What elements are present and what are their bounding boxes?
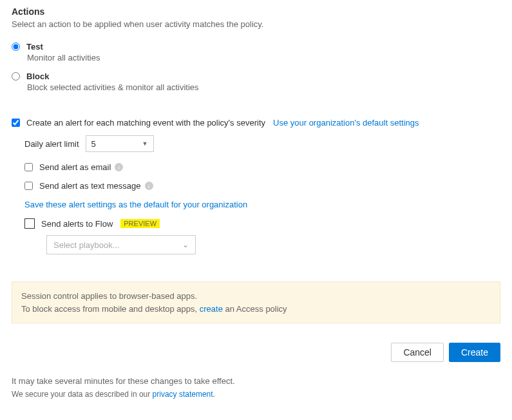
info-icon[interactable]: i xyxy=(115,163,123,171)
radio-test-sub: Monitor all activities xyxy=(27,53,500,62)
section-description: Select an action to be applied when user… xyxy=(12,19,500,29)
daily-limit-row: Daily alert limit 5 ▼ xyxy=(24,135,500,152)
caret-down-icon: ▼ xyxy=(142,140,148,147)
daily-limit-select[interactable]: 5 ▼ xyxy=(86,135,154,152)
create-alert-row[interactable]: Create an alert for each matching event … xyxy=(12,118,500,128)
radio-block-label: Block xyxy=(26,72,49,81)
save-defaults-link[interactable]: Save these alert settings as the default… xyxy=(24,200,247,209)
email-alert-checkbox[interactable] xyxy=(24,163,33,171)
create-alert-label: Create an alert for each matching event … xyxy=(26,118,265,128)
sms-alert-checkbox[interactable] xyxy=(24,182,33,190)
sms-alert-row[interactable]: Send alert as text message i xyxy=(24,181,500,191)
email-alert-row[interactable]: Send alert as email i xyxy=(24,162,500,172)
footer-line2: We secure your data as described in our … xyxy=(12,388,500,401)
preview-badge: PREVIEW xyxy=(120,219,160,228)
flow-alert-label: Send alerts to Flow xyxy=(41,219,113,229)
create-alert-checkbox[interactable] xyxy=(12,119,20,127)
create-access-policy-link[interactable]: create xyxy=(200,304,223,314)
daily-limit-value: 5 xyxy=(91,139,96,149)
email-alert-label: Send alert as email xyxy=(39,162,111,172)
button-row: Cancel Create xyxy=(12,343,500,362)
radio-block[interactable] xyxy=(12,72,20,81)
radio-test[interactable] xyxy=(12,43,20,51)
notice-box: Session control applies to browser-based… xyxy=(12,282,500,323)
notice-line2: To block access from mobile and desktop … xyxy=(21,303,491,316)
use-defaults-link[interactable]: Use your organization's default settings xyxy=(273,118,419,128)
alert-settings: Daily alert limit 5 ▼ Send alert as emai… xyxy=(24,135,500,254)
radio-block-row[interactable]: Block xyxy=(12,72,500,81)
info-icon[interactable]: i xyxy=(145,182,153,190)
radio-test-row[interactable]: Test xyxy=(12,42,500,52)
sms-alert-label: Send alert as text message xyxy=(39,181,141,191)
create-button[interactable]: Create xyxy=(449,343,500,362)
privacy-statement-link[interactable]: privacy statement xyxy=(153,390,213,399)
flow-alert-checkbox[interactable] xyxy=(24,218,35,229)
notice-line1: Session control applies to browser-based… xyxy=(21,290,491,303)
playbook-select[interactable]: Select playbook... ⌄ xyxy=(46,235,196,254)
footer: It may take several minutes for these ch… xyxy=(12,375,500,401)
chevron-down-icon: ⌄ xyxy=(182,240,189,249)
section-title: Actions xyxy=(12,6,500,17)
flow-alert-row[interactable]: Send alerts to Flow PREVIEW xyxy=(24,218,500,229)
daily-limit-label: Daily alert limit xyxy=(24,139,79,149)
playbook-placeholder: Select playbook... xyxy=(53,240,120,250)
actions-section: Actions Select an action to be applied w… xyxy=(12,6,500,401)
radio-test-label: Test xyxy=(26,42,43,52)
footer-line1: It may take several minutes for these ch… xyxy=(12,375,500,388)
radio-block-sub: Block selected activities & monitor all … xyxy=(27,82,500,92)
cancel-button[interactable]: Cancel xyxy=(391,343,444,362)
